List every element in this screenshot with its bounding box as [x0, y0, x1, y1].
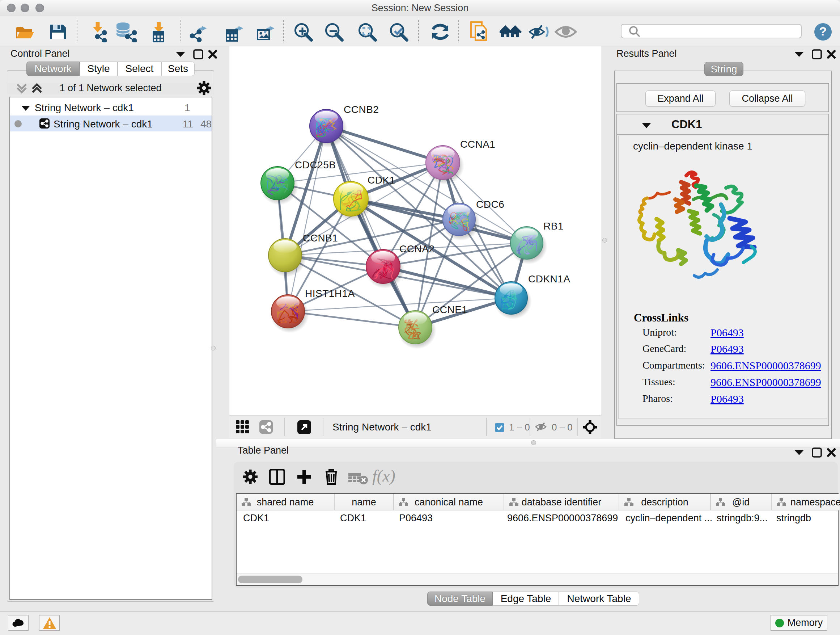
svg-text:CCNB1: CCNB1: [303, 233, 338, 244]
svg-text:CDC6: CDC6: [476, 199, 504, 210]
svg-text:CCNE1: CCNE1: [432, 304, 467, 315]
svg-text:CDC25B: CDC25B: [295, 159, 336, 171]
svg-text:CCNB2: CCNB2: [344, 104, 379, 115]
svg-text:?: ?: [819, 24, 827, 38]
svg-text:CDK1: CDK1: [368, 174, 395, 186]
svg-text:CCNA2: CCNA2: [399, 243, 434, 255]
svg-text:HIST1H1A: HIST1H1A: [305, 288, 355, 299]
svg-text:CDKN1A: CDKN1A: [528, 273, 570, 285]
svg-text:RB1: RB1: [543, 220, 564, 232]
svg-text:CCNA1: CCNA1: [460, 139, 495, 150]
